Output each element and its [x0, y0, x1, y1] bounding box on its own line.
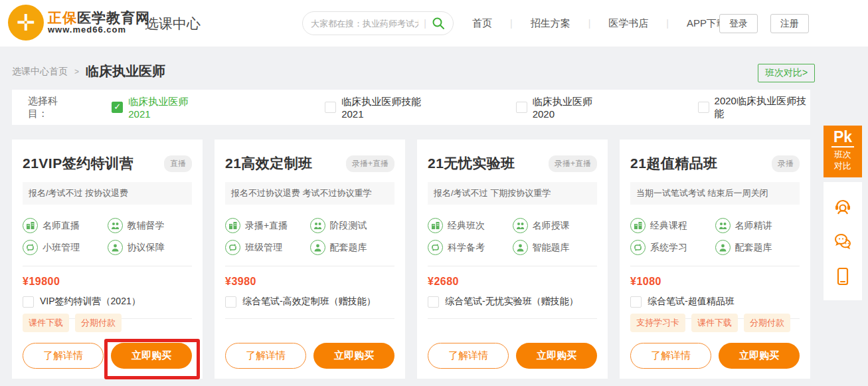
feature-item: 小班管理: [23, 240, 108, 255]
course-type-badge: 直播: [164, 155, 192, 172]
buy-now-button[interactable]: 立即购买: [313, 343, 394, 369]
tag-list: 支持学习卡课件下载分期付款: [630, 314, 796, 332]
wechat-icon[interactable]: [833, 231, 853, 251]
detail-button[interactable]: 了解详情: [225, 343, 306, 369]
course-price: ¥3980: [225, 276, 394, 288]
breadcrumb-current: 临床执业医师: [86, 62, 165, 80]
checkbox-icon[interactable]: [698, 102, 709, 113]
course-tag: 分期付款: [744, 314, 790, 332]
class-compare-button[interactable]: 班次对比>: [758, 64, 815, 82]
checkbox-icon[interactable]: [428, 296, 439, 308]
checkbox-icon[interactable]: [516, 102, 527, 113]
course-option-label: 综合笔试-高效定制班（赠技能）: [242, 296, 376, 308]
person-icon-item: 配套题库: [310, 240, 395, 255]
guarantee-text: 当期一试笔试考试 结束后一周关闭: [630, 182, 800, 205]
buy-now-button[interactable]: 立即购买: [111, 343, 192, 369]
detail-button[interactable]: 了解详情: [23, 343, 104, 369]
nav-separator: |: [576, 18, 603, 29]
header: ✛ 正保医学教育网 www.med66.com 选课中心 | 首页 | 招生方案…: [0, 0, 868, 47]
course-tag: 支持学习卡: [630, 314, 685, 332]
course-price: ¥2680: [428, 276, 597, 288]
live-class-icon: [428, 218, 443, 233]
people-icon: [513, 218, 528, 233]
feature-item: 名师授课: [513, 218, 598, 233]
course-title: 21超值精品班: [630, 154, 718, 173]
page-title: 选课中心: [145, 15, 201, 33]
login-button[interactable]: 登录: [719, 14, 758, 33]
checkbox-icon[interactable]: [325, 102, 336, 113]
refresh-icon: [23, 240, 38, 255]
search-box[interactable]: |: [302, 11, 454, 35]
logo[interactable]: ✛ 正保医学教育网 www.med66.com: [8, 5, 150, 41]
floating-toolbar: [824, 182, 862, 300]
brand-url: www.med66.com: [48, 25, 150, 35]
divider: [23, 266, 192, 266]
course-select-row[interactable]: VIP签约特训营（2021）: [23, 296, 192, 308]
feature-item: 名师精讲: [715, 218, 800, 233]
pk-compare-button[interactable]: Pk 班次 对比: [824, 126, 862, 177]
search-input[interactable]: [311, 19, 418, 29]
nav-separator: |: [654, 18, 681, 29]
search-icon[interactable]: [432, 17, 445, 30]
course-option-label: 综合笔试-超值精品班: [648, 296, 735, 308]
course-title: 21高效定制班: [225, 154, 313, 173]
checkbox-icon[interactable]: [225, 296, 236, 308]
person-icon-item: 智能题库: [513, 240, 598, 255]
feature-item: 教辅督学: [108, 218, 193, 233]
filter-option-2020[interactable]: 临床执业医师2020: [516, 96, 610, 120]
buy-now-button[interactable]: 立即购买: [516, 343, 597, 369]
course-price: ¥1080: [630, 276, 800, 288]
feature-list: 经典课程 名师精讲 系统学习: [630, 211, 800, 255]
feature-item: 经典课程: [630, 218, 715, 233]
checkbox-icon[interactable]: [630, 296, 642, 308]
course-option-label: VIP签约特训营（2021）: [40, 296, 141, 308]
nav-item-bookstore[interactable]: 医学书店: [602, 17, 654, 30]
breadcrumb-home-link[interactable]: 选课中心首页: [12, 66, 68, 78]
course-type-badge: 录播+直播: [346, 155, 394, 172]
main-nav: 首页 | 招生方案 | 医学书店 | APP下载∨: [466, 0, 740, 47]
breadcrumb-separator: >: [74, 67, 79, 76]
filter-option-2021[interactable]: 临床执业医师2021: [112, 96, 205, 120]
people-icon: [715, 218, 731, 233]
divider: [428, 266, 597, 266]
register-button[interactable]: 注册: [770, 14, 809, 33]
brand-name: 正保医学教育网: [48, 10, 150, 25]
filter-option-skill-2020[interactable]: 2020临床执业医师技能: [698, 95, 810, 120]
detail-button[interactable]: 了解详情: [630, 343, 711, 369]
guarantee-text: 报名/考试不过 按协议退费: [23, 182, 192, 205]
nav-separator: |: [498, 18, 525, 29]
feature-item: 班级管理: [225, 240, 310, 255]
brand-logo-icon: ✛: [8, 5, 44, 41]
checkbox-checked-icon[interactable]: [112, 102, 123, 113]
refresh-icon: [630, 240, 646, 255]
feature-list: 名师直播 教辅督学 小班管理: [23, 211, 192, 255]
course-select-row[interactable]: 综合笔试-超值精品班: [630, 296, 800, 308]
feature-item: 系统学习: [630, 240, 715, 255]
mobile-app-icon[interactable]: [833, 266, 853, 286]
nav-item-enrollment[interactable]: 招生方案: [525, 17, 576, 30]
people-icon: [108, 218, 123, 233]
page: ✛ 正保医学教育网 www.med66.com 选课中心 | 首页 | 招生方案…: [0, 0, 868, 386]
course-card: 21无忧实验班 录播+直播 报名/考试不过 下期按协议重学 经典班次: [417, 140, 608, 379]
refresh-icon: [225, 240, 240, 255]
course-type-badge: 录播: [772, 155, 800, 172]
course-tag: 课件下载: [691, 314, 738, 332]
customer-service-icon[interactable]: [833, 196, 853, 216]
live-class-icon: [630, 218, 646, 233]
filter-label: 选择科目：: [28, 95, 75, 120]
filter-option-skill-2021[interactable]: 临床执业医师技能2021: [325, 96, 437, 120]
person-icon-item: 协议保障: [108, 240, 193, 255]
person-icon: [108, 240, 123, 255]
course-type-badge: 录播+直播: [549, 155, 597, 172]
course-card: 21超值精品班 录播 当期一试笔试考试 结束后一周关闭 经典课程: [620, 140, 810, 379]
live-class-icon: [225, 218, 240, 233]
course-select-row[interactable]: 综合笔试-无忧实验班（赠技能）: [428, 296, 597, 308]
course-select-row[interactable]: 综合笔试-高效定制班（赠技能）: [225, 296, 394, 308]
buy-now-button[interactable]: 立即购买: [719, 343, 800, 369]
guarantee-text: 报名不过协议退费 考试不过协议重学: [225, 182, 394, 205]
detail-button[interactable]: 了解详情: [428, 343, 509, 369]
course-card: 21高效定制班 录播+直播 报名不过协议退费 考试不过协议重学 录播+直播: [215, 140, 405, 379]
person-icon: [310, 240, 325, 255]
nav-item-home[interactable]: 首页: [466, 17, 498, 30]
checkbox-icon[interactable]: [23, 296, 34, 308]
